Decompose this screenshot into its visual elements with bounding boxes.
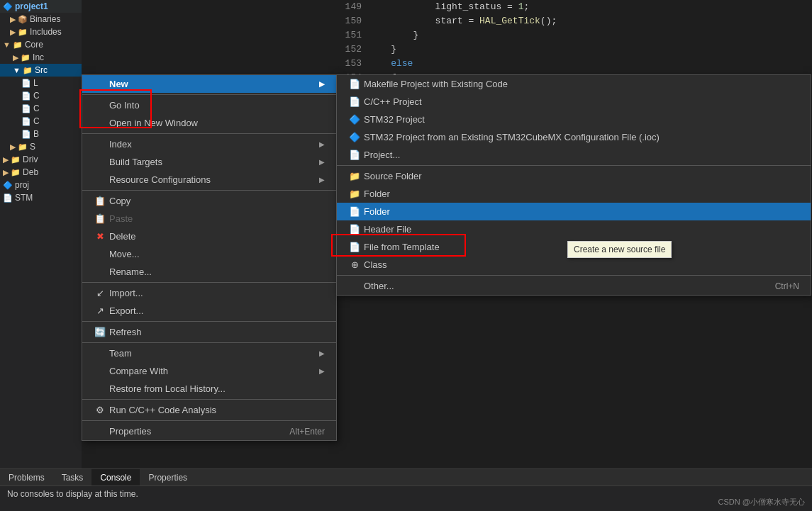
class-icon: ⊕ — [348, 259, 361, 270]
source-file-tooltip: Create a new source file — [567, 241, 672, 258]
bottom-content: No consoles to display at this time. — [0, 486, 812, 502]
source-file-icon: 📄 — [348, 206, 361, 217]
ctx-item-open-new-window[interactable]: Open in New Window — [82, 114, 336, 132]
paste-icon: 📋 — [94, 213, 106, 224]
file-icon: 📄 — [21, 104, 31, 113]
ctx-item-resource-configs[interactable]: Resource Configurations ▶ — [82, 171, 336, 189]
folder-icon: ▼ 📁 — [3, 40, 23, 50]
separator — [337, 275, 811, 276]
sidebar: 🔷 project1 ▶ 📦 Binaries ▶ 📁 Includes ▼ 📁… — [0, 0, 82, 468]
project-icon: 📄 — [348, 150, 361, 160]
folder-icon: ▶ 📁 — [10, 28, 28, 37]
ctx-item-copy[interactable]: 📋 Copy — [82, 192, 336, 210]
watermark: CSDN @小僧寒水寺无心 — [718, 497, 805, 507]
separator — [82, 321, 336, 322]
stm32-mx-icon: 🔷 — [348, 132, 361, 142]
separator — [82, 420, 336, 421]
file-icon: 📄 — [21, 79, 31, 88]
sidebar-item-file-c3[interactable]: 📄 C — [0, 115, 82, 128]
folder-icon: 📁 — [348, 189, 361, 199]
tab-tasks[interactable]: Tasks — [53, 469, 92, 485]
ctx-item-other[interactable]: Other... Ctrl+N — [337, 277, 811, 295]
ctx-item-cpp-project[interactable]: 📄 C/C++ Project — [337, 93, 811, 111]
tab-console[interactable]: Console — [91, 469, 140, 485]
file-icon: 📄 — [3, 193, 13, 203]
sidebar-item-binaries[interactable]: ▶ 📦 Binaries — [0, 13, 82, 26]
separator — [82, 282, 336, 283]
folder-icon: ▶ 📁 — [10, 142, 28, 152]
sidebar-item-inc[interactable]: ▶ 📁 Inc — [0, 51, 82, 64]
ctx-item-import[interactable]: ↙ Import... — [82, 284, 336, 302]
ctx-item-refresh[interactable]: 🔄 Refresh — [82, 323, 336, 341]
file-icon: 📄 — [21, 117, 31, 126]
tab-problems[interactable]: Problems — [0, 469, 53, 485]
ctx-item-delete[interactable]: ✖ Delete — [82, 228, 336, 245]
sidebar-item-s[interactable]: ▶ 📁 S — [0, 140, 82, 153]
stm32-icon: 🔷 — [348, 114, 361, 125]
sidebar-item-stm[interactable]: 📄 STM — [0, 191, 82, 204]
sidebar-item-project1[interactable]: 🔷 project1 — [0, 0, 82, 13]
ctx-item-class[interactable]: ⊕ Class — [337, 256, 811, 274]
ctx-item-source-file[interactable]: 📄 Folder — [337, 203, 811, 220]
context-menu-new: 📄 Makefile Project with Existing Code 📄 … — [336, 74, 811, 296]
ctx-item-folder[interactable]: 📁 Folder — [337, 185, 811, 203]
bottom-tabs: Problems Tasks Console Properties — [0, 469, 812, 486]
sidebar-item-file-c1[interactable]: 📄 C — [0, 89, 82, 102]
separator — [337, 165, 811, 166]
analysis-icon: ⚙ — [94, 405, 106, 415]
ctx-item-source-folder[interactable]: 📁 Source Folder — [337, 167, 811, 185]
ctx-item-team[interactable]: Team ▶ — [82, 344, 336, 362]
other-shortcut: Ctrl+N — [775, 281, 799, 291]
bottom-panel: Problems Tasks Console Properties No con… — [0, 468, 812, 511]
ctx-item-stm32-project[interactable]: 🔷 STM32 Project — [337, 111, 811, 128]
sidebar-item-includes[interactable]: ▶ 📁 Includes — [0, 26, 82, 38]
template-icon: 📄 — [348, 242, 361, 252]
ctx-item-header-file[interactable]: 📄 Header File — [337, 220, 811, 238]
makefile-icon: 📄 — [348, 79, 361, 89]
ctx-item-go-into[interactable]: Go Into — [82, 96, 336, 114]
folder-icon: ▼ 📁 — [13, 66, 33, 75]
ctx-item-restore-history[interactable]: Restore from Local History... — [82, 380, 336, 398]
properties-shortcut: Alt+Enter — [289, 427, 325, 437]
folder-icon: ▶ 📦 — [10, 15, 28, 24]
tab-properties[interactable]: Properties — [140, 469, 196, 485]
sidebar-item-src[interactable]: ▼ 📁 Src — [0, 64, 82, 77]
ctx-item-index[interactable]: Index ▶ — [82, 135, 336, 153]
refresh-icon: 🔄 — [94, 327, 106, 337]
ctx-item-stm32-from-mx[interactable]: 🔷 STM32 Project from an Existing STM32Cu… — [337, 128, 811, 146]
submenu-arrow: ▶ — [319, 80, 325, 88]
separator — [82, 342, 336, 343]
file-icon: 🔷 — [3, 181, 13, 190]
ctx-item-build-targets[interactable]: Build Targets ▶ — [82, 153, 336, 171]
ctx-item-new[interactable]: New ▶ — [82, 75, 336, 93]
project-icon: 🔷 — [3, 2, 13, 11]
submenu-arrow: ▶ — [319, 158, 325, 166]
sidebar-item-driv[interactable]: ▶ 📁 Driv — [0, 153, 82, 166]
sidebar-item-file-l[interactable]: 📄 L — [0, 77, 82, 89]
ctx-item-paste: 📋 Paste — [82, 210, 336, 228]
ctx-item-project[interactable]: 📄 Project... — [337, 146, 811, 164]
sidebar-item-proj[interactable]: 🔷 proj — [0, 179, 82, 191]
sidebar-item-file-c2[interactable]: 📄 C — [0, 102, 82, 115]
ctx-item-move[interactable]: Move... — [82, 245, 336, 263]
context-menu-main: New ▶ Go Into Open in New Window Index ▶… — [82, 74, 337, 441]
submenu-arrow: ▶ — [319, 140, 325, 148]
ctx-item-compare-with[interactable]: Compare With ▶ — [82, 362, 336, 380]
separator — [82, 133, 336, 134]
file-icon: 📄 — [21, 130, 31, 139]
sidebar-item-file-b[interactable]: 📄 B — [0, 128, 82, 140]
ctx-item-rename[interactable]: Rename... — [82, 263, 336, 281]
delete-icon: ✖ — [94, 231, 106, 242]
sidebar-item-deb[interactable]: ▶ 📁 Deb — [0, 166, 82, 179]
ctx-item-makefile-project[interactable]: 📄 Makefile Project with Existing Code — [337, 75, 811, 93]
sidebar-item-core[interactable]: ▼ 📁 Core — [0, 38, 82, 51]
folder-icon: ▶ 📁 — [3, 168, 21, 177]
ctx-item-export[interactable]: ↗ Export... — [82, 302, 336, 320]
ctx-item-properties[interactable]: Properties Alt+Enter — [82, 422, 336, 440]
submenu-arrow: ▶ — [319, 349, 325, 357]
folder-icon: ▶ 📁 — [3, 155, 21, 164]
ctx-item-run-analysis[interactable]: ⚙ Run C/C++ Code Analysis — [82, 401, 336, 419]
submenu-arrow: ▶ — [319, 176, 325, 184]
header-file-icon: 📄 — [348, 224, 361, 235]
source-folder-icon: 📁 — [348, 171, 361, 181]
